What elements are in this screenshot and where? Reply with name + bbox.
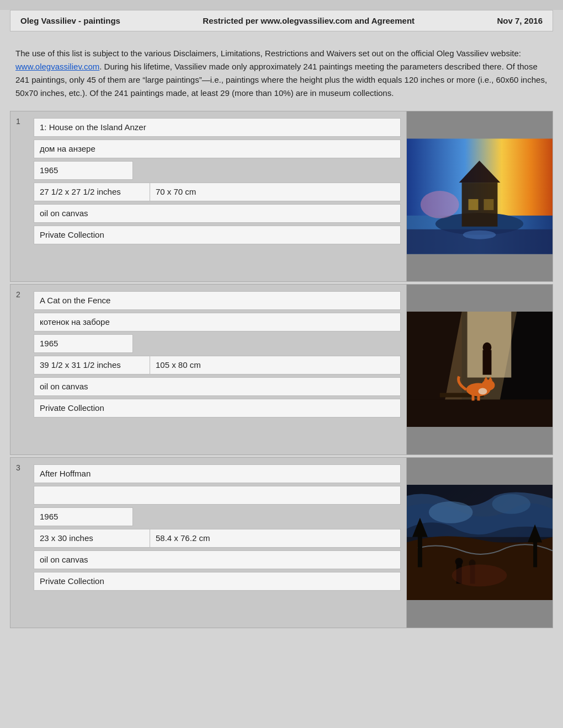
- svg-point-7: [421, 191, 459, 218]
- painting-row-2: 2 A Cat on the Fence котенок на заборе 1…: [10, 284, 553, 455]
- painting-size-inches-2: 39 1/2 x 31 1/2 inches: [34, 356, 150, 374]
- painting-russian-title-3: [34, 486, 401, 505]
- intro-text-part1: The use of this list is subject to the v…: [15, 49, 521, 58]
- painting-row-1: 1 1: House on the Island Anzer дом на ан…: [10, 111, 553, 282]
- header-bar: Oleg Vassiliev - paintings Restricted pe…: [10, 10, 553, 31]
- painting-size-cm-1: 70 x 70 cm: [150, 183, 401, 201]
- painting-size-row-2: 39 1/2 x 31 1/2 inches 105 x 80 cm: [34, 356, 401, 374]
- svg-rect-16: [407, 399, 553, 427]
- painting-medium-3: oil on canvas: [34, 550, 401, 569]
- intro-link[interactable]: www.olegvassiliev.com: [15, 62, 99, 71]
- paintings-list: 1 1: House on the Island Anzer дом на ан…: [10, 111, 553, 628]
- painting-size-row-3: 23 x 30 inches 58.4 x 76.2 cm: [34, 529, 401, 548]
- header-restricted: Restricted per www.olegvassiliev.com and…: [203, 16, 415, 25]
- painting-title-3: After Hoffman: [34, 464, 401, 483]
- svg-point-38: [452, 564, 507, 586]
- painting-size-cm-2: 105 x 80 cm: [150, 356, 401, 374]
- svg-point-28: [429, 501, 473, 523]
- painting-russian-title-1: дом на анзере: [34, 140, 401, 158]
- header-title: Oleg Vassiliev - paintings: [20, 16, 120, 25]
- painting-title-2: A Cat on the Fence: [34, 291, 401, 310]
- svg-rect-34: [418, 534, 422, 568]
- painting-image-2: [406, 285, 553, 454]
- painting-collection-2: Private Collection: [34, 399, 401, 417]
- painting-image-3: [406, 458, 553, 628]
- svg-rect-5: [469, 199, 479, 210]
- painting-year-1: 1965: [34, 161, 133, 180]
- row-number-2: 2: [10, 285, 31, 454]
- row-number-1: 1: [10, 111, 31, 281]
- painting-size-cm-3: 58.4 x 76.2 cm: [150, 529, 401, 548]
- svg-rect-22: [472, 395, 475, 400]
- row-details-3: After Hoffman 1965 23 x 30 inches 58.4 x…: [31, 458, 406, 628]
- svg-rect-23: [477, 395, 480, 400]
- intro-text: The use of this list is subject to the v…: [15, 47, 548, 100]
- row-number-3: 3: [10, 458, 31, 628]
- svg-point-15: [482, 342, 491, 352]
- painting-size-inches-3: 23 x 30 inches: [34, 529, 150, 548]
- svg-rect-6: [484, 199, 493, 210]
- painting-collection-3: Private Collection: [34, 572, 401, 591]
- svg-point-24: [479, 388, 487, 394]
- painting-title-1: 1: House on the Island Anzer: [34, 118, 401, 137]
- header-date: Nov 7, 2016: [497, 16, 543, 25]
- page-wrapper: Oleg Vassiliev - paintings Restricted pe…: [0, 10, 563, 728]
- painting-medium-1: oil on canvas: [34, 204, 401, 223]
- painting-collection-1: Private Collection: [34, 226, 401, 244]
- svg-point-29: [492, 494, 530, 514]
- painting-image-1: [406, 111, 553, 281]
- svg-point-9: [463, 231, 496, 239]
- svg-point-31: [455, 558, 463, 565]
- painting-russian-title-2: котенок на заборе: [34, 313, 401, 331]
- painting-row-3: 3 After Hoffman 1965 23 x 30 inches 58.4…: [10, 457, 553, 628]
- painting-size-inches-1: 27 1/2 x 27 1/2 inches: [34, 183, 150, 201]
- painting-size-row-1: 27 1/2 x 27 1/2 inches 70 x 70 cm: [34, 183, 401, 201]
- painting-year-2: 1965: [34, 334, 133, 353]
- row-details-1: 1: House on the Island Anzer дом на анзе…: [31, 111, 406, 281]
- painting-medium-2: oil on canvas: [34, 377, 401, 396]
- svg-rect-36: [533, 540, 537, 568]
- svg-rect-14: [482, 350, 491, 375]
- row-details-2: A Cat on the Fence котенок на заборе 196…: [31, 285, 406, 454]
- painting-year-3: 1965: [34, 507, 133, 526]
